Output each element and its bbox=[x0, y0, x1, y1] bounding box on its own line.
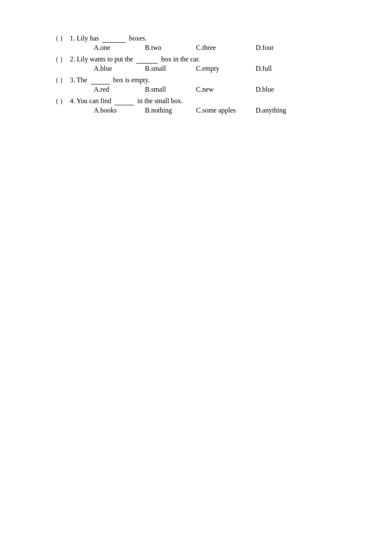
question-blank-4 bbox=[115, 97, 134, 105]
option-text-3-3: new bbox=[202, 86, 214, 93]
option-3-3: C. new bbox=[196, 86, 256, 93]
option-2-3: C. empty bbox=[196, 65, 256, 72]
question-line-3: （）3. The box is empty. bbox=[51, 76, 341, 85]
option-text-1-2: two bbox=[151, 44, 161, 52]
option-label-2-2: B. bbox=[145, 65, 151, 72]
option-1-2: B. two bbox=[145, 44, 196, 52]
question-text-3: 3. The box is empty. bbox=[70, 76, 150, 84]
question-blank-3 bbox=[91, 76, 110, 84]
options-line-2: A. blueB. smallC. emptyD. full bbox=[94, 65, 341, 72]
option-label-1-3: C. bbox=[196, 44, 202, 52]
option-2-2: B. small bbox=[145, 65, 196, 72]
option-label-1-4: D. bbox=[256, 44, 262, 52]
option-1-3: C. three bbox=[196, 44, 256, 52]
option-text-3-4: blue bbox=[262, 86, 274, 93]
option-label-4-1: A. bbox=[94, 107, 101, 114]
question-after-1: boxes. bbox=[127, 35, 147, 42]
question-line-4: （）4. You can find in the small box. bbox=[51, 97, 341, 106]
question-after-3: box is empty. bbox=[112, 76, 150, 84]
option-3-2: B. small bbox=[145, 86, 196, 93]
question-number-3: 3. The bbox=[70, 76, 89, 84]
option-label-3-3: C. bbox=[196, 86, 202, 93]
option-label-1-2: B. bbox=[145, 44, 151, 52]
option-3-1: A. red bbox=[94, 86, 145, 93]
question-block-3: （）3. The box is empty.A. redB. smallC. n… bbox=[51, 76, 341, 93]
paren-open-2: （ bbox=[51, 55, 60, 64]
option-text-4-4: anything bbox=[262, 107, 286, 114]
option-text-2-2: small bbox=[151, 65, 166, 72]
page: （）1. Lily has boxes.A. oneB. twoC. three… bbox=[0, 0, 392, 555]
options-line-1: A. oneB. twoC. threeD. four bbox=[94, 44, 341, 52]
paren-close-3: ） bbox=[60, 76, 68, 85]
question-number-1: 1. Lily has bbox=[70, 35, 101, 42]
question-number-2: 2. Lily wants to put the bbox=[70, 55, 135, 63]
option-4-3: C. some apples bbox=[196, 107, 256, 114]
question-block-2: （）2. Lily wants to put the box in the ca… bbox=[51, 55, 341, 72]
option-label-3-1: A. bbox=[94, 86, 101, 93]
option-label-3-4: D. bbox=[256, 86, 262, 93]
options-line-4: A. booksB. nothingC. some applesD. anyth… bbox=[94, 107, 341, 114]
option-text-4-1: books bbox=[101, 107, 117, 114]
option-2-1: A. blue bbox=[94, 65, 145, 72]
option-text-1-3: three bbox=[202, 44, 216, 52]
option-label-4-3: C. bbox=[196, 107, 202, 114]
option-3-4: D. blue bbox=[256, 86, 298, 93]
paren-close-4: ） bbox=[60, 97, 68, 106]
options-line-3: A. redB. smallC. newD. blue bbox=[94, 86, 341, 93]
questions-container: （）1. Lily has boxes.A. oneB. twoC. three… bbox=[51, 34, 341, 114]
option-label-3-2: B. bbox=[145, 86, 151, 93]
option-label-2-3: C. bbox=[196, 65, 202, 72]
paren-open-4: （ bbox=[51, 97, 60, 106]
option-text-1-4: four bbox=[262, 44, 274, 52]
option-text-3-2: small bbox=[151, 86, 166, 93]
question-blank-2 bbox=[136, 55, 158, 64]
option-text-2-3: empty bbox=[202, 65, 219, 72]
paren-close-1: ） bbox=[60, 34, 68, 43]
question-line-1: （）1. Lily has boxes. bbox=[51, 34, 341, 43]
option-1-4: D. four bbox=[256, 44, 298, 52]
option-4-2: B. nothing bbox=[145, 107, 196, 114]
option-text-2-1: blue bbox=[101, 65, 112, 72]
question-text-4: 4. You can find in the small box. bbox=[70, 97, 183, 105]
question-text-2: 2. Lily wants to put the box in the car. bbox=[70, 55, 200, 64]
question-blank-1 bbox=[102, 35, 126, 43]
option-text-2-4: full bbox=[262, 65, 272, 72]
option-label-2-1: A. bbox=[94, 65, 101, 72]
question-after-2: box in the car. bbox=[159, 55, 200, 63]
question-after-4: in the small box. bbox=[135, 97, 183, 104]
option-label-4-2: B. bbox=[145, 107, 151, 114]
question-number-4: 4. You can find bbox=[70, 97, 113, 104]
option-label-1-1: A. bbox=[94, 44, 101, 52]
option-label-4-4: D. bbox=[256, 107, 262, 114]
option-4-1: A. books bbox=[94, 107, 145, 114]
option-2-4: D. full bbox=[256, 65, 298, 72]
paren-open-3: （ bbox=[51, 76, 60, 85]
question-text-1: 1. Lily has boxes. bbox=[70, 35, 147, 43]
paren-close-2: ） bbox=[60, 55, 68, 64]
option-4-4: D. anything bbox=[256, 107, 298, 114]
option-text-3-1: red bbox=[101, 86, 109, 93]
option-1-1: A. one bbox=[94, 44, 145, 52]
option-label-2-4: D. bbox=[256, 65, 262, 72]
question-block-1: （）1. Lily has boxes.A. oneB. twoC. three… bbox=[51, 34, 341, 52]
paren-open-1: （ bbox=[51, 34, 60, 43]
option-text-4-3: some apples bbox=[202, 107, 236, 114]
question-line-2: （）2. Lily wants to put the box in the ca… bbox=[51, 55, 341, 64]
option-text-4-2: nothing bbox=[151, 107, 172, 114]
question-block-4: （）4. You can find in the small box.A. bo… bbox=[51, 97, 341, 114]
option-text-1-1: one bbox=[101, 44, 110, 52]
